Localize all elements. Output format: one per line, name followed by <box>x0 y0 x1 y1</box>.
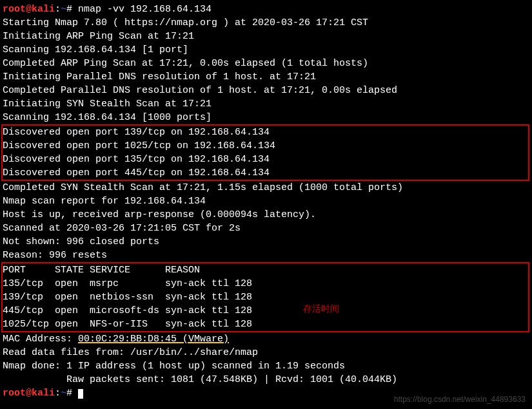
ttl-annotation: 存活时间 <box>303 303 339 316</box>
output-line: Nmap done: 1 IP address (1 host up) scan… <box>3 359 529 373</box>
output-line: Scanned at 2020-03-26 17:21:05 CST for 2… <box>3 222 529 235</box>
output-line: Read data files from: /usr/bin/../share/… <box>3 346 529 359</box>
port-table-row: 1025/tcp open NFS-or-IIS syn-ack ttl 128 <box>3 318 528 331</box>
prompt-sep2: # <box>66 4 78 15</box>
mac-value: 00:0C:29:BB:D8:45 (VMware) <box>78 334 229 345</box>
mac-address-line: MAC Address: 00:0C:29:BB:D8:45 (VMware) <box>3 332 529 346</box>
prompt-path: ~ <box>61 388 66 399</box>
port-table-row: 135/tcp open msrpc syn-ack ttl 128 <box>3 277 528 290</box>
output-line: Completed SYN Stealth Scan at 17:21, 1.1… <box>3 181 529 195</box>
port-table-header: PORT STATE SERVICE REASON <box>3 263 528 277</box>
prompt-user: root@kali <box>3 388 55 399</box>
prompt-line-1: root@kali:~# nmap -vv 192.168.64.134 <box>3 3 529 16</box>
discovered-port-line: Discovered open port 135/tcp on 192.168.… <box>3 153 528 166</box>
prompt-sep2: # <box>66 388 78 399</box>
mac-label: MAC Address: <box>3 334 78 345</box>
discovered-port-line: Discovered open port 445/tcp on 192.168.… <box>3 166 528 180</box>
prompt-sep1: : <box>55 4 61 15</box>
output-line: Scanning 192.168.64.134 [1000 ports] <box>3 111 529 124</box>
discovered-ports-highlight-box: Discovered open port 139/tcp on 192.168.… <box>1 124 529 181</box>
port-table-row: 445/tcp open microsoft-ds syn-ack ttl 12… <box>3 304 528 318</box>
output-line: Initiating Parallel DNS resolution of 1 … <box>3 70 529 84</box>
command-text: nmap -vv 192.168.64.134 <box>78 4 212 15</box>
output-line: Scanning 192.168.64.134 [1 port] <box>3 43 529 57</box>
prompt-user: root@kali <box>3 4 55 15</box>
output-line: Completed ARP Ping Scan at 17:21, 0.00s … <box>3 57 529 70</box>
cursor-icon <box>78 389 83 399</box>
prompt-path: ~ <box>61 4 66 15</box>
output-line: Not shown: 996 closed ports <box>3 235 529 249</box>
output-line: Nmap scan report for 192.168.64.134 <box>3 195 529 208</box>
discovered-port-line: Discovered open port 1025/tcp on 192.168… <box>3 139 528 153</box>
output-line: Starting Nmap 7.80 ( https://nmap.org ) … <box>3 16 529 30</box>
prompt-sep1: : <box>55 388 61 399</box>
output-line: Initiating SYN Stealth Scan at 17:21 <box>3 97 529 111</box>
port-table-highlight-box: PORT STATE SERVICE REASON 135/tcp open m… <box>1 262 529 332</box>
output-line: Initiating ARP Ping Scan at 17:21 <box>3 30 529 43</box>
output-line: Completed Parallel DNS resolution of 1 h… <box>3 84 529 97</box>
port-table-row: 139/tcp open netbios-ssn syn-ack ttl 128 <box>3 290 528 304</box>
output-line: Host is up, received arp-response (0.000… <box>3 208 529 222</box>
watermark: https://blog.csdn.net/weixin_44893633 <box>394 394 526 405</box>
output-line: Raw packets sent: 1081 (47.548KB) | Rcvd… <box>3 373 529 386</box>
discovered-port-line: Discovered open port 139/tcp on 192.168.… <box>3 126 528 139</box>
output-line: Reason: 996 resets <box>3 249 529 262</box>
